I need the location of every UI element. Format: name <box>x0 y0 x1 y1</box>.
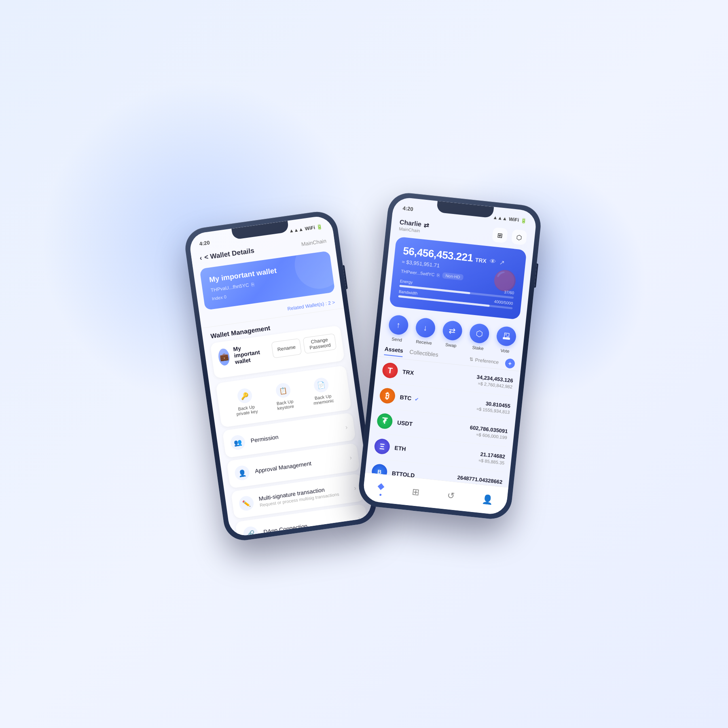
switch-wallet-icon[interactable]: ⇄ <box>423 221 430 229</box>
usdt-name: USDT <box>397 419 413 427</box>
status-time-2: 4:20 <box>402 205 413 212</box>
backup-mnemonic-label: Back Upmnemonic <box>313 393 334 406</box>
send-button[interactable]: ↑ Send <box>387 314 409 343</box>
signal-icon-2: ▲▲▲ <box>493 214 508 222</box>
expand-icon[interactable]: ↗ <box>499 258 505 267</box>
tab-assets[interactable]: Assets <box>384 345 403 357</box>
permission-label: Permission <box>250 434 279 444</box>
change-password-button[interactable]: Change Password <box>303 333 336 354</box>
hide-balance-icon[interactable]: 👁 <box>489 258 497 266</box>
energy-label: Energy <box>400 279 413 284</box>
nav-collectibles-icon: ⊞ <box>412 487 420 498</box>
balance-card: 56,456,453.221 TRX 👁 ↗ ≈ $3,951,951.71 T… <box>389 237 527 320</box>
approval-icon: 👤 <box>234 465 250 481</box>
nav-assets-icon: ◆ <box>377 480 385 492</box>
dapp-icon: 🔗 <box>242 526 259 538</box>
backup-private-key-label: Back Upprivate key <box>235 404 258 417</box>
nav-collectibles[interactable]: ⊞ <box>412 487 420 498</box>
vote-button[interactable]: 🗳 Vote <box>495 326 517 354</box>
backup-keystore-label: Back Upkeystore <box>276 399 294 411</box>
energy-value: 37/60 <box>504 290 514 295</box>
phone-2-wrapper: 4:20 ▲▲▲ WiFi 🔋 Charlie ⇄ <box>357 191 542 521</box>
battery-icon-1: 🔋 <box>316 224 323 230</box>
status-time-1: 4:20 <box>199 239 210 247</box>
vote-icon: 🗳 <box>496 326 517 347</box>
bandwidth-value: 4000/5000 <box>494 299 513 306</box>
permission-chevron: › <box>345 423 348 431</box>
trx-icon: T <box>382 362 399 379</box>
vote-label: Vote <box>500 348 510 353</box>
sort-icon: ⇅ <box>469 356 474 362</box>
backup-key-icon: 🔑 <box>237 387 253 404</box>
multisig-icon: ✏️ <box>238 495 255 512</box>
status-icons-1: ▲▲▲ WiFi 🔋 <box>289 224 323 234</box>
multisig-chevron: › <box>353 485 357 492</box>
backup-mnemonic-icon: 📄 <box>313 377 330 394</box>
tab-collectibles[interactable]: Collectibles <box>409 349 439 360</box>
eth-amounts: 21.174682 ≈$ 85,885.35 <box>478 451 506 466</box>
backup-mnemonic[interactable]: 📄 Back Upmnemonic <box>310 377 334 406</box>
phone-2-frame: 4:20 ▲▲▲ WiFi 🔋 Charlie ⇄ <box>357 191 542 521</box>
swap-label: Swap <box>445 342 457 348</box>
swap-icon: ⇄ <box>442 320 463 341</box>
wallet-item-name: My important wallet <box>233 341 269 365</box>
rename-button[interactable]: Rename <box>271 338 302 358</box>
backup-items: 🔑 Back Upprivate key 📋 Back Upkeystore 📄… <box>223 372 345 421</box>
eth-name: ETH <box>394 444 406 452</box>
preference-button[interactable]: ⇅ Preference <box>469 356 499 365</box>
qr-button[interactable]: ⬡ <box>511 229 527 245</box>
balance-currency: TRX <box>475 256 487 264</box>
btc-name-container: BTC ✔ <box>400 394 419 403</box>
btc-name: BTC <box>400 394 412 402</box>
address-copy-icon[interactable]: ⎘ <box>437 272 440 277</box>
receive-button[interactable]: ↓ Receive <box>414 317 436 346</box>
copy-icon[interactable]: ⎘ <box>251 281 254 288</box>
trx-amounts: 34,234,453.126 ≈$ 2,760,842,982 <box>476 374 513 389</box>
screen-content-2: Charlie ⇄ MainChain ⊞ ⬡ 56, <box>362 214 535 515</box>
backup-keystore[interactable]: 📋 Back Upkeystore <box>274 382 294 411</box>
non-hd-badge: Non-HD <box>442 272 463 280</box>
status-icons-2: ▲▲▲ WiFi 🔋 <box>493 214 527 224</box>
backup-private-key[interactable]: 🔑 Back Upprivate key <box>233 387 258 417</box>
nav-assets-dot <box>379 494 381 496</box>
stake-label: Stake <box>472 345 484 351</box>
related-wallets-label: Related Wallet(s) : 2 > <box>287 299 335 311</box>
phone-1-frame: 4:20 ▲▲▲ WiFi 🔋 ‹ < Wallet Details <box>183 209 379 543</box>
phones-container: 4:20 ▲▲▲ WiFi 🔋 ‹ < Wallet Details <box>202 206 526 522</box>
nav-profile[interactable]: 👤 <box>482 494 494 506</box>
header-actions: ⊞ ⬡ <box>492 227 527 245</box>
approval-chevron: › <box>349 454 352 461</box>
send-label: Send <box>392 336 402 343</box>
approval-label: Approval Management <box>254 460 312 474</box>
send-icon: ↑ <box>388 314 409 336</box>
usdt-amounts: 602,786.035091 ≈$ 606,000.199 <box>469 424 508 440</box>
stake-icon: ⬡ <box>469 323 490 344</box>
back-arrow-icon: ‹ <box>199 254 202 262</box>
user-info: Charlie ⇄ MainChain <box>399 218 430 234</box>
dapp-label: DApp Connection <box>263 523 308 535</box>
swap-button[interactable]: ⇄ Swap <box>441 320 463 349</box>
nav-profile-icon: 👤 <box>482 494 494 506</box>
receive-label: Receive <box>416 339 432 345</box>
stake-button[interactable]: ⬡ Stake <box>468 323 490 351</box>
nav-history-icon: ↺ <box>447 490 455 502</box>
backup-keystore-icon: 📋 <box>275 382 292 399</box>
nav-history[interactable]: ↺ <box>447 490 455 502</box>
battery-icon-2: 🔋 <box>520 218 527 224</box>
btc-amounts: 30.810455 ≈$ 1555,934,813 <box>476 399 511 414</box>
phone-1-screen: 4:20 ▲▲▲ WiFi 🔋 ‹ < Wallet Details <box>188 215 373 538</box>
dapp-chevron: › <box>358 515 361 523</box>
wifi-icon-1: WiFi <box>305 224 315 231</box>
scan-button[interactable]: ⊞ <box>492 227 508 243</box>
trx-name: TRX <box>402 368 415 376</box>
receive-icon: ↓ <box>415 317 436 339</box>
add-asset-button[interactable]: + <box>505 358 515 369</box>
nav-assets[interactable]: ◆ <box>377 480 385 496</box>
wallet-item-buttons: Rename Change Password <box>271 333 336 358</box>
screen-content-1: ‹ < Wallet Details MainChain My importan… <box>190 232 373 538</box>
btc-icon: ₿ <box>379 387 396 404</box>
wallet-avatar: 💼 <box>217 348 230 366</box>
usdt-icon: ₮ <box>376 413 393 430</box>
permission-icon: 👥 <box>230 434 246 451</box>
bandwidth-label: Bandwidth <box>399 289 418 296</box>
